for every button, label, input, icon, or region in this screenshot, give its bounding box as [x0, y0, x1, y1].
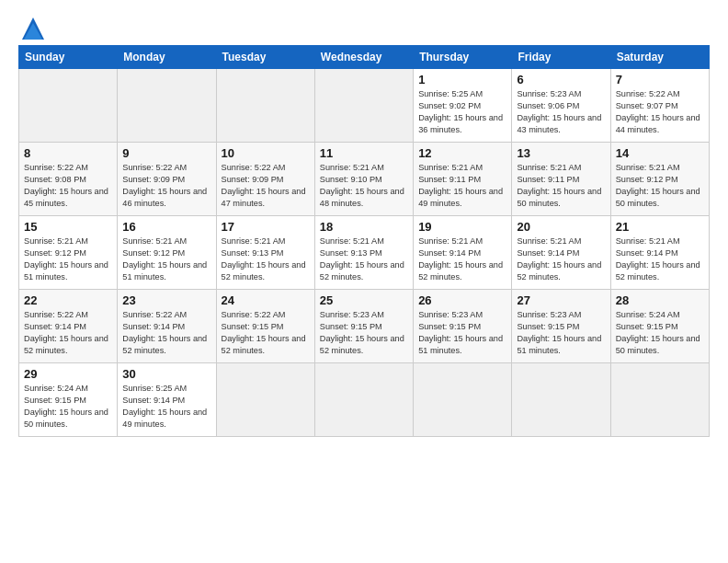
day-info: Sunrise: 5:22 AMSunset: 9:14 PMDaylight:… — [24, 310, 108, 355]
day-number: 10 — [222, 146, 310, 160]
day-number: 23 — [122, 293, 210, 307]
calendar-cell: 26Sunrise: 5:23 AMSunset: 9:15 PMDayligh… — [414, 290, 512, 363]
calendar-cell — [314, 363, 413, 437]
day-number: 19 — [418, 220, 506, 234]
calendar-cell: 13Sunrise: 5:21 AMSunset: 9:11 PMDayligh… — [512, 143, 610, 216]
calendar-week-0: 1Sunrise: 5:25 AMSunset: 9:02 PMDaylight… — [19, 69, 710, 143]
calendar-cell — [216, 69, 314, 143]
day-info: Sunrise: 5:22 AMSunset: 9:09 PMDaylight:… — [222, 163, 306, 208]
calendar-cell: 17Sunrise: 5:21 AMSunset: 9:13 PMDayligh… — [216, 216, 314, 290]
calendar-cell — [512, 363, 610, 437]
day-info: Sunrise: 5:22 AMSunset: 9:14 PMDaylight:… — [122, 310, 207, 355]
calendar-week-2: 15Sunrise: 5:21 AMSunset: 9:12 PMDayligh… — [19, 216, 710, 290]
day-info: Sunrise: 5:24 AMSunset: 9:15 PMDaylight:… — [24, 384, 108, 429]
calendar-cell: 23Sunrise: 5:22 AMSunset: 9:14 PMDayligh… — [118, 290, 216, 363]
calendar-cell: 28Sunrise: 5:24 AMSunset: 9:15 PMDayligh… — [610, 290, 709, 363]
day-info: Sunrise: 5:22 AMSunset: 9:07 PMDaylight:… — [616, 89, 700, 134]
weekday-header-monday: Monday — [118, 46, 216, 69]
calendar-cell: 20Sunrise: 5:21 AMSunset: 9:14 PMDayligh… — [512, 216, 610, 290]
calendar-cell — [314, 69, 413, 143]
weekday-header-wednesday: Wednesday — [314, 46, 413, 69]
day-info: Sunrise: 5:22 AMSunset: 9:08 PMDaylight:… — [24, 163, 108, 208]
day-number: 29 — [24, 367, 112, 381]
calendar-cell — [610, 363, 709, 437]
day-info: Sunrise: 5:21 AMSunset: 9:14 PMDaylight:… — [418, 236, 503, 282]
day-number: 16 — [122, 220, 210, 234]
day-info: Sunrise: 5:23 AMSunset: 9:15 PMDaylight:… — [517, 310, 601, 355]
day-info: Sunrise: 5:22 AMSunset: 9:15 PMDaylight:… — [222, 310, 306, 355]
calendar-week-1: 8Sunrise: 5:22 AMSunset: 9:08 PMDaylight… — [19, 143, 710, 216]
weekday-header-tuesday: Tuesday — [216, 46, 314, 69]
day-info: Sunrise: 5:23 AMSunset: 9:06 PMDaylight:… — [517, 89, 601, 134]
calendar-cell: 27Sunrise: 5:23 AMSunset: 9:15 PMDayligh… — [512, 290, 610, 363]
day-info: Sunrise: 5:22 AMSunset: 9:09 PMDaylight:… — [122, 163, 207, 208]
day-number: 8 — [24, 146, 112, 160]
day-info: Sunrise: 5:21 AMSunset: 9:12 PMDaylight:… — [24, 236, 108, 282]
weekday-header-row: SundayMondayTuesdayWednesdayThursdayFrid… — [19, 46, 710, 69]
day-number: 28 — [616, 293, 704, 307]
calendar-cell: 16Sunrise: 5:21 AMSunset: 9:12 PMDayligh… — [118, 216, 216, 290]
day-number: 12 — [418, 146, 506, 160]
day-info: Sunrise: 5:21 AMSunset: 9:11 PMDaylight:… — [517, 163, 601, 208]
logo — [18, 14, 48, 40]
calendar-cell — [414, 363, 512, 437]
calendar-cell — [19, 69, 118, 143]
day-number: 9 — [122, 146, 210, 160]
day-info: Sunrise: 5:24 AMSunset: 9:15 PMDaylight:… — [616, 310, 700, 355]
weekday-header-thursday: Thursday — [414, 46, 512, 69]
calendar-cell: 8Sunrise: 5:22 AMSunset: 9:08 PMDaylight… — [19, 143, 118, 216]
day-number: 14 — [616, 146, 704, 160]
calendar-table: SundayMondayTuesdayWednesdayThursdayFrid… — [18, 45, 710, 437]
day-number: 21 — [616, 220, 704, 234]
day-number: 13 — [517, 146, 605, 160]
calendar-cell: 24Sunrise: 5:22 AMSunset: 9:15 PMDayligh… — [216, 290, 314, 363]
day-number: 20 — [517, 220, 605, 234]
calendar-cell: 30Sunrise: 5:25 AMSunset: 9:14 PMDayligh… — [118, 363, 216, 437]
day-info: Sunrise: 5:23 AMSunset: 9:15 PMDaylight:… — [320, 310, 404, 355]
day-info: Sunrise: 5:25 AMSunset: 9:14 PMDaylight:… — [122, 384, 207, 429]
calendar-cell: 22Sunrise: 5:22 AMSunset: 9:14 PMDayligh… — [19, 290, 118, 363]
calendar-cell: 14Sunrise: 5:21 AMSunset: 9:12 PMDayligh… — [610, 143, 709, 216]
day-number: 15 — [24, 220, 112, 234]
day-info: Sunrise: 5:23 AMSunset: 9:15 PMDaylight:… — [418, 310, 503, 355]
weekday-header-sunday: Sunday — [19, 46, 118, 69]
calendar-cell: 9Sunrise: 5:22 AMSunset: 9:09 PMDaylight… — [118, 143, 216, 216]
logo-icon — [18, 14, 44, 40]
day-number: 30 — [122, 367, 210, 381]
calendar-week-4: 29Sunrise: 5:24 AMSunset: 9:15 PMDayligh… — [19, 363, 710, 437]
calendar-cell: 7Sunrise: 5:22 AMSunset: 9:07 PMDaylight… — [610, 69, 709, 143]
day-number: 7 — [616, 73, 704, 86]
calendar-cell: 29Sunrise: 5:24 AMSunset: 9:15 PMDayligh… — [19, 363, 118, 437]
day-number: 1 — [418, 73, 506, 86]
calendar-cell: 18Sunrise: 5:21 AMSunset: 9:13 PMDayligh… — [314, 216, 413, 290]
calendar-cell: 21Sunrise: 5:21 AMSunset: 9:14 PMDayligh… — [610, 216, 709, 290]
day-info: Sunrise: 5:21 AMSunset: 9:11 PMDaylight:… — [418, 163, 503, 208]
calendar-cell: 15Sunrise: 5:21 AMSunset: 9:12 PMDayligh… — [19, 216, 118, 290]
day-number: 27 — [517, 293, 605, 307]
day-number: 26 — [418, 293, 506, 307]
calendar-cell — [118, 69, 216, 143]
calendar-cell: 12Sunrise: 5:21 AMSunset: 9:11 PMDayligh… — [414, 143, 512, 216]
day-info: Sunrise: 5:21 AMSunset: 9:10 PMDaylight:… — [320, 163, 404, 208]
calendar-cell: 11Sunrise: 5:21 AMSunset: 9:10 PMDayligh… — [314, 143, 413, 216]
calendar-cell: 6Sunrise: 5:23 AMSunset: 9:06 PMDaylight… — [512, 69, 610, 143]
day-number: 11 — [320, 146, 408, 160]
calendar-week-3: 22Sunrise: 5:22 AMSunset: 9:14 PMDayligh… — [19, 290, 710, 363]
day-info: Sunrise: 5:21 AMSunset: 9:14 PMDaylight:… — [616, 236, 700, 282]
calendar-cell: 1Sunrise: 5:25 AMSunset: 9:02 PMDaylight… — [414, 69, 512, 143]
calendar-cell: 25Sunrise: 5:23 AMSunset: 9:15 PMDayligh… — [314, 290, 413, 363]
day-info: Sunrise: 5:21 AMSunset: 9:13 PMDaylight:… — [222, 236, 306, 282]
day-info: Sunrise: 5:21 AMSunset: 9:12 PMDaylight:… — [122, 236, 207, 282]
day-info: Sunrise: 5:21 AMSunset: 9:13 PMDaylight:… — [320, 236, 404, 282]
day-number: 17 — [222, 220, 310, 234]
calendar-page: SundayMondayTuesdayWednesdayThursdayFrid… — [0, 0, 728, 563]
weekday-header-friday: Friday — [512, 46, 610, 69]
day-info: Sunrise: 5:21 AMSunset: 9:12 PMDaylight:… — [616, 163, 700, 208]
day-info: Sunrise: 5:25 AMSunset: 9:02 PMDaylight:… — [418, 89, 503, 134]
header — [18, 14, 710, 40]
day-number: 6 — [517, 73, 605, 86]
day-number: 22 — [24, 293, 112, 307]
day-info: Sunrise: 5:21 AMSunset: 9:14 PMDaylight:… — [517, 236, 601, 282]
day-number: 25 — [320, 293, 408, 307]
day-number: 18 — [320, 220, 408, 234]
